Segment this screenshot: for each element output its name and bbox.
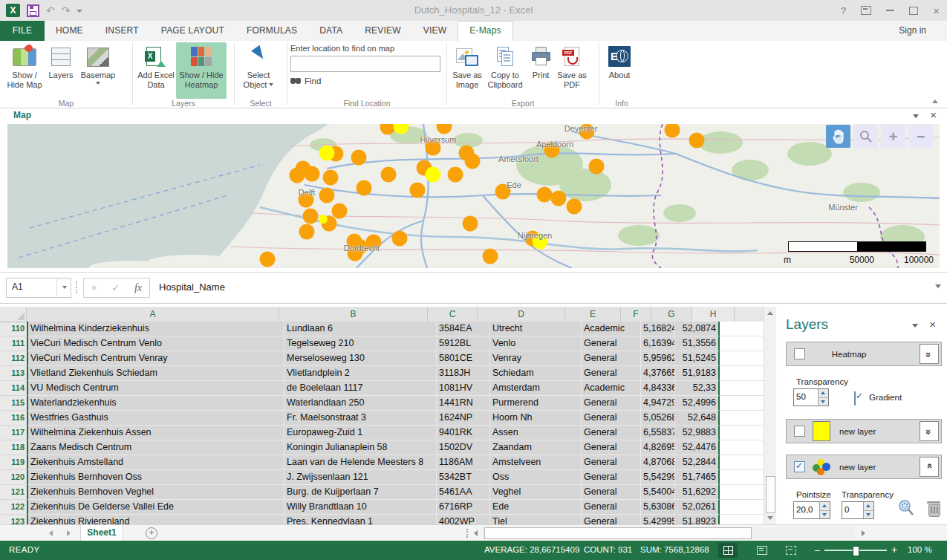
cell[interactable]: Assen (490, 426, 582, 440)
page-layout-view-button[interactable] (752, 543, 772, 558)
cell[interactable]: 5,05268 (641, 411, 675, 426)
gradient-checkbox[interactable] (854, 391, 856, 406)
hospital-marker[interactable] (465, 154, 481, 169)
cell[interactable]: 4,84336 (641, 381, 675, 396)
cell[interactable]: 1502DV (437, 440, 490, 455)
cell[interactable]: Europaweg-Zuid 1 (284, 426, 437, 440)
cell[interactable]: Ziekenhuis Bernhoven Veghel (28, 485, 284, 500)
cell[interactable]: 52,648 (675, 411, 720, 426)
cell[interactable]: Lundlaan 6 (284, 322, 437, 336)
cell[interactable]: 51,7465 (675, 470, 720, 485)
hospital-marker[interactable] (537, 187, 553, 203)
tab-emaps[interactable]: E-Maps (458, 21, 513, 41)
column-header-a[interactable]: A (27, 307, 279, 322)
cell[interactable]: 5801CE (437, 351, 490, 366)
cell[interactable]: Academic (582, 381, 641, 396)
cell[interactable]: Schiedam (490, 366, 582, 381)
sheet-tab-sheet1[interactable]: Sheet1 (80, 525, 123, 542)
hospital-marker[interactable] (589, 159, 605, 175)
select-object-button[interactable]: Select Object (238, 42, 279, 99)
cell[interactable]: Hoorn Nh (490, 411, 582, 426)
scroll-right-icon[interactable] (862, 530, 865, 536)
cell[interactable]: 51,9183 (675, 366, 720, 381)
cell[interactable]: General (582, 366, 641, 381)
zoom-percentage[interactable]: 100 % (908, 545, 932, 554)
cell[interactable]: 4,82695 (641, 440, 675, 455)
cell[interactable]: 6,55837 (641, 426, 675, 440)
cell[interactable] (720, 336, 764, 351)
formula-input[interactable]: Hospital_Name (153, 278, 932, 296)
cell[interactable]: General (582, 500, 641, 515)
cell[interactable]: 1186AM (437, 455, 490, 470)
heatmap-layer-bar[interactable]: Heatmap » (786, 342, 942, 366)
zoom-tool-button[interactable] (853, 125, 878, 148)
spin-up-icon[interactable] (819, 389, 828, 398)
cell[interactable]: General (582, 515, 641, 524)
layer2-collapse-button[interactable]: » (920, 421, 939, 441)
hospital-marker[interactable] (567, 199, 582, 215)
tab-file[interactable]: FILE (0, 21, 45, 41)
layer2-bar[interactable]: new layer » (786, 419, 942, 443)
spin-down-icon[interactable] (819, 398, 828, 406)
layer3-expand-button[interactable]: » (920, 457, 939, 477)
save-as-pdf-button[interactable]: PDF Save as PDF (556, 42, 588, 99)
cell[interactable]: 1441RN (437, 396, 490, 411)
cell[interactable]: 52,0874 (675, 322, 720, 336)
minimize-icon[interactable] (886, 10, 894, 11)
row-header[interactable]: 111 (0, 336, 28, 351)
zoom-out-control[interactable]: − (814, 544, 820, 556)
hospital-marker[interactable] (448, 167, 463, 183)
cell[interactable]: J. Zwijssenlaan 121 (284, 470, 437, 485)
cell[interactable]: Zaandam (490, 440, 582, 455)
pointsize-spinner[interactable]: 20,0 (793, 501, 830, 519)
cell[interactable]: 51,3556 (675, 336, 720, 351)
vertical-scrollbar[interactable] (764, 307, 776, 524)
scroll-up-icon[interactable] (767, 311, 773, 315)
cell[interactable]: General (582, 455, 641, 470)
cell[interactable]: Ziekenhuis Amstelland (28, 455, 284, 470)
cell[interactable] (720, 500, 764, 515)
cell[interactable]: VU Medisch Centrum (28, 381, 284, 396)
zoom-out-button[interactable]: − (908, 125, 933, 148)
basemap-button[interactable]: Basemap (76, 42, 120, 99)
new-sheet-icon[interactable]: + (146, 527, 157, 539)
cell[interactable] (720, 351, 764, 366)
cell[interactable]: 51,5245 (675, 351, 720, 366)
help-icon[interactable]: ? (841, 5, 846, 16)
cell[interactable]: General (582, 411, 641, 426)
cell[interactable]: Tegelseweg 210 (284, 336, 437, 351)
cell[interactable]: General (582, 351, 641, 366)
scroll-left-icon[interactable] (474, 530, 478, 536)
cell[interactable]: Koningin Julianaplein 58 (284, 440, 437, 455)
tab-review[interactable]: REVIEW (354, 21, 412, 41)
show-hide-map-button[interactable]: Show / Hide Map (3, 42, 46, 99)
cell[interactable] (720, 411, 764, 426)
layer3-transparency-spinner[interactable]: 0 (842, 501, 874, 519)
zoom-to-layer-icon[interactable] (897, 499, 915, 517)
cell[interactable]: Willy Brandtlaan 10 (284, 500, 437, 515)
hospital-marker[interactable] (437, 124, 452, 134)
horizontal-scrollbar-thumb[interactable] (484, 527, 752, 539)
cell[interactable] (720, 485, 764, 500)
cell[interactable] (720, 426, 764, 440)
row-header[interactable]: 120 (0, 470, 28, 485)
pane-options-icon[interactable] (912, 324, 918, 328)
tab-home[interactable]: HOME (45, 21, 94, 41)
maximize-icon[interactable] (909, 7, 918, 15)
delete-layer-icon[interactable] (927, 500, 940, 516)
cell[interactable]: Amsterdam (490, 381, 582, 396)
spin-up-icon[interactable] (864, 502, 873, 511)
cell[interactable]: 51,6292 (675, 485, 720, 500)
cell[interactable]: 9401RK (437, 426, 490, 440)
row-header[interactable]: 112 (0, 351, 28, 366)
hospital-marker[interactable] (426, 167, 441, 183)
cell[interactable]: Wilhelmina Ziekenhuis Assen (28, 426, 284, 440)
column-header-h[interactable]: H (692, 307, 735, 322)
tab-view[interactable]: VIEW (412, 21, 458, 41)
cell[interactable]: 5,63086 (641, 500, 675, 515)
column-header-e[interactable]: E (565, 307, 621, 322)
hospital-marker[interactable] (392, 231, 408, 247)
hospital-marker[interactable] (299, 224, 315, 240)
hospital-marker[interactable] (463, 216, 478, 232)
cell[interactable]: Zaans Medisch Centrum (28, 440, 284, 455)
